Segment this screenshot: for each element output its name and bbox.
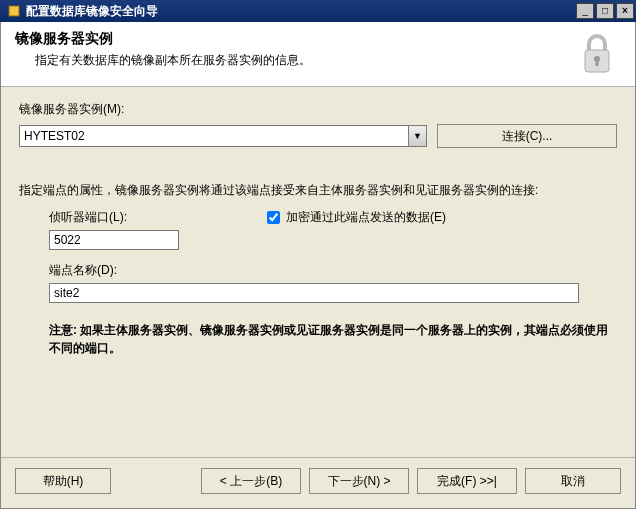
listener-port-input[interactable] [49,230,179,250]
window-controls: _ □ × [574,3,634,19]
listener-port-label: 侦听器端口(L): [49,209,127,226]
server-instance-input[interactable] [19,125,409,147]
wizard-header: 镜像服务器实例 指定有关数据库的镜像副本所在服务器实例的信息。 [1,22,635,87]
endpoint-description: 指定端点的属性，镜像服务器实例将通过该端点接受来自主体服务器实例和见证服务器实例… [19,182,617,199]
cancel-button[interactable]: 取消 [525,468,621,494]
endpoint-name-label: 端点名称(D): [49,262,617,279]
help-button[interactable]: 帮助(H) [15,468,111,494]
endpoint-name-input[interactable] [49,283,579,303]
titlebar: 配置数据库镜像安全向导 _ □ × [0,0,636,22]
server-instance-label: 镜像服务器实例(M): [19,101,617,118]
chevron-down-icon[interactable]: ▼ [409,125,427,147]
page-subtitle: 指定有关数据库的镜像副本所在服务器实例的信息。 [15,52,573,69]
close-button[interactable]: × [616,3,634,19]
lock-icon [573,30,621,78]
wizard-content: 镜像服务器实例(M): ▼ 连接(C)... 指定端点的属性，镜像服务器实例将通… [1,87,635,457]
wizard-footer: 帮助(H) < 上一步(B) 下一步(N) > 完成(F) >>| 取消 [1,457,635,508]
finish-button[interactable]: 完成(F) >>| [417,468,517,494]
connect-button[interactable]: 连接(C)... [437,124,617,148]
encrypt-checkbox[interactable] [267,211,280,224]
svg-rect-3 [596,59,599,66]
encrypt-label: 加密通过此端点发送的数据(E) [286,209,446,226]
wizard-window: 镜像服务器实例 指定有关数据库的镜像副本所在服务器实例的信息。 镜像服务器实例(… [0,22,636,509]
next-button[interactable]: 下一步(N) > [309,468,409,494]
page-title: 镜像服务器实例 [15,30,573,48]
app-icon [6,3,22,19]
window-title: 配置数据库镜像安全向导 [26,3,574,20]
maximize-button[interactable]: □ [596,3,614,19]
server-instance-combo[interactable]: ▼ [19,125,427,147]
endpoint-note: 注意: 如果主体服务器实例、镜像服务器实例或见证服务器实例是同一个服务器上的实例… [49,321,617,357]
svg-rect-0 [9,6,19,16]
back-button[interactable]: < 上一步(B) [201,468,301,494]
minimize-button[interactable]: _ [576,3,594,19]
